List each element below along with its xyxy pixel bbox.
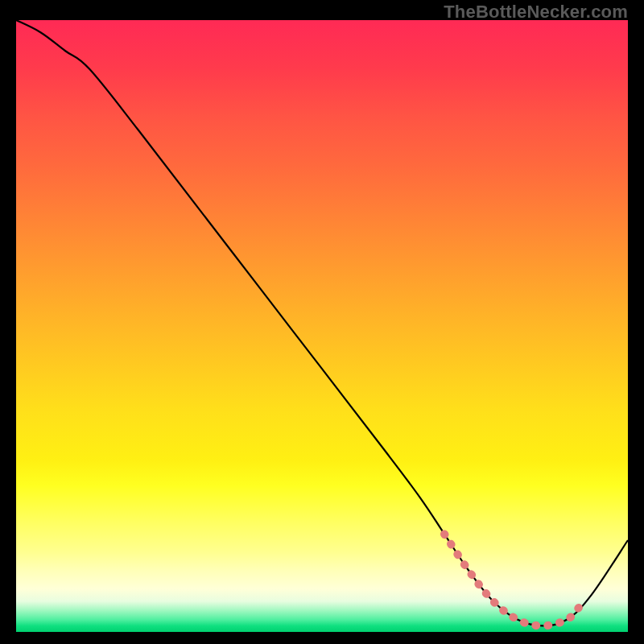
chart-svg [16, 20, 628, 632]
chart-container: TheBottleNecker.com [0, 0, 644, 644]
bottleneck-curve-line [16, 20, 628, 625]
plot-area [16, 20, 628, 632]
good-zone-highlight-line [444, 534, 579, 625]
